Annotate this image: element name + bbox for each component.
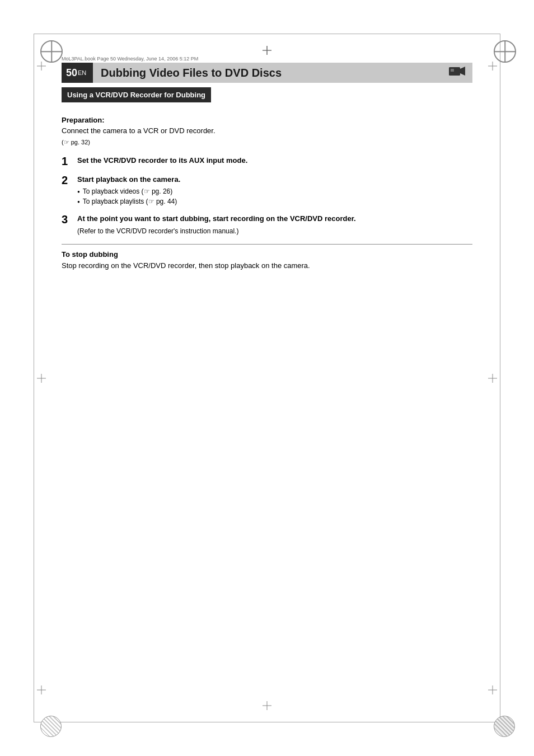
step-1-number: 1	[62, 156, 72, 167]
preparation-text: Connect the camera to a VCR or DVD recor…	[62, 125, 472, 147]
step-2-content: Start playback on the camera. To playbac…	[77, 174, 472, 207]
section-heading: Using a VCR/DVD Recorder for Dubbing	[62, 87, 211, 102]
camera-icon	[449, 65, 466, 81]
preparation-text-main: Connect the camera to a VCR or DVD recor…	[62, 126, 216, 135]
section-heading-container: Using a VCR/DVD Recorder for Dubbing	[62, 87, 472, 109]
page-number-box: 50EN	[62, 63, 93, 83]
step-1-title: Set the VCR/DVD recorder to its AUX inpu…	[77, 155, 472, 166]
page-title: Dubbing Video Files to DVD Discs	[93, 67, 449, 79]
preparation-label: Preparation:	[62, 116, 472, 124]
step-1-content: Set the VCR/DVD recorder to its AUX inpu…	[77, 155, 472, 167]
right-bottom-mark	[488, 685, 497, 694]
step-3-note: (Refer to the VCR/DVD recorder's instruc…	[77, 226, 472, 236]
step-3-number: 3	[62, 214, 72, 225]
step-2-bullets: To playback videos (☞ pg. 26) To playbac…	[77, 186, 472, 206]
step-2-bullet-1: To playback videos (☞ pg. 26)	[77, 186, 472, 196]
page-number: 50	[66, 67, 77, 79]
reg-bc	[263, 701, 271, 710]
page-header: 50EN Dubbing Video Files to DVD Discs	[62, 63, 472, 83]
stop-dubbing-title: To stop dubbing	[62, 250, 472, 259]
step-2: 2 Start playback on the camera. To playb…	[62, 174, 472, 207]
stop-dubbing-text: Stop recording on the VCR/DVD recorder, …	[62, 260, 472, 271]
step-2-bullet-2: To playback playlists (☞ pg. 44)	[77, 196, 472, 206]
content-area: Using a VCR/DVD Recorder for Dubbing Pre…	[62, 87, 472, 271]
step-3-content: At the point you want to start dubbing, …	[77, 213, 472, 236]
content-divider	[62, 244, 472, 245]
left-arrow-mark	[37, 374, 46, 383]
left-top-mark	[37, 62, 46, 71]
step-3-title: At the point you want to start dubbing, …	[77, 213, 472, 224]
svg-marker-1	[460, 67, 465, 76]
svg-rect-2	[451, 69, 454, 72]
page-number-suffix: EN	[78, 69, 86, 76]
step-2-number: 2	[62, 175, 72, 186]
stop-dubbing-section: To stop dubbing Stop recording on the VC…	[62, 250, 472, 271]
step-1: 1 Set the VCR/DVD recorder to its AUX in…	[62, 155, 472, 167]
step-3: 3 At the point you want to start dubbing…	[62, 213, 472, 236]
preparation-section: Preparation: Connect the camera to a VCR…	[62, 116, 472, 147]
file-info-text: MoL3PAL.book Page 50 Wednesday, June 14,…	[62, 56, 198, 62]
right-top-mark	[488, 62, 497, 71]
preparation-ref: (☞ pg. 32)	[62, 139, 90, 145]
left-bottom-mark	[37, 685, 46, 694]
right-arrow-mark	[488, 374, 497, 383]
step-2-title: Start playback on the camera.	[77, 174, 472, 185]
reg-tc	[263, 46, 271, 55]
